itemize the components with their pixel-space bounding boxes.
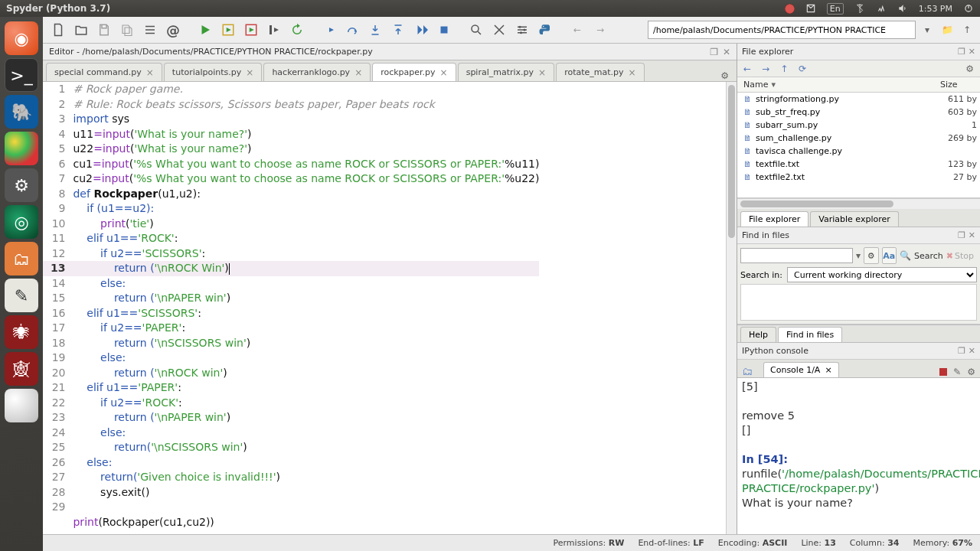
close-pane-icon[interactable]: ✕ bbox=[969, 346, 975, 356]
detach-icon[interactable]: ❐ bbox=[958, 47, 965, 57]
fe-back-button[interactable]: ← bbox=[743, 64, 751, 74]
detach-icon[interactable]: ❐ bbox=[958, 346, 965, 356]
search-button[interactable]: Search bbox=[914, 251, 943, 261]
rerun-button[interactable] bbox=[286, 19, 308, 41]
find-options-button[interactable]: ⚙ bbox=[864, 247, 878, 264]
tab-rotate-mat[interactable]: rotate_mat.py× bbox=[556, 63, 644, 81]
zoom-button[interactable] bbox=[466, 19, 487, 41]
clock[interactable]: 1:53 PM bbox=[919, 4, 952, 14]
close-icon[interactable]: × bbox=[354, 67, 362, 78]
launcher-ubuntu-icon[interactable]: ◉ bbox=[5, 21, 38, 55]
step-into-button[interactable] bbox=[364, 19, 386, 41]
find-case-button[interactable]: Aa bbox=[882, 247, 897, 264]
detach-icon[interactable]: ❐ bbox=[710, 47, 718, 57]
list-item[interactable]: 🗎textfile2.txt27 by bbox=[737, 171, 980, 184]
console-output[interactable]: [5] remove 5 [] In [54]: runfile('/home/… bbox=[737, 378, 980, 534]
file-list[interactable]: 🗎stringformationg.py611 by 🗎sub_str_freq… bbox=[737, 93, 980, 198]
launcher-chrome-icon[interactable] bbox=[5, 132, 38, 165]
dropdown-icon[interactable]: ▾ bbox=[856, 250, 861, 261]
step-out-button[interactable] bbox=[387, 19, 409, 41]
launcher-notes-icon[interactable]: ✎ bbox=[5, 279, 38, 312]
close-pane-icon[interactable]: ✕ bbox=[969, 47, 975, 57]
console-stop-icon[interactable] bbox=[939, 368, 947, 376]
close-pane-icon[interactable]: ✕ bbox=[723, 47, 730, 57]
col-name-header[interactable]: Name bbox=[743, 80, 768, 90]
volume-icon[interactable] bbox=[897, 3, 908, 14]
list-item[interactable]: 🗎sub_str_freq.py603 by bbox=[737, 106, 980, 119]
stop-debug-button[interactable] bbox=[433, 19, 455, 41]
launcher-terminal-icon[interactable]: >_ bbox=[5, 58, 38, 92]
fe-forward-button[interactable]: → bbox=[762, 64, 769, 74]
console-clear-icon[interactable]: ✎ bbox=[953, 367, 961, 377]
lang-indicator[interactable]: En bbox=[827, 3, 844, 15]
tab-hackerranklogo[interactable]: hackerranklogo.py× bbox=[263, 63, 371, 81]
power-icon[interactable] bbox=[963, 3, 974, 14]
fe-options-icon[interactable]: ⚙ bbox=[965, 64, 974, 74]
tab-tutorialpoints[interactable]: tutorialpoints.py× bbox=[164, 63, 263, 81]
tab-find-in-files[interactable]: Find in files bbox=[778, 327, 842, 342]
nav-forward-button[interactable]: → bbox=[590, 19, 611, 41]
run-cell-advance-button[interactable] bbox=[240, 19, 262, 41]
close-icon[interactable]: × bbox=[825, 365, 831, 375]
launcher-files-icon[interactable]: 🗂 bbox=[5, 242, 38, 276]
launcher-spyder-icon[interactable]: 🕷 bbox=[5, 315, 38, 349]
working-dir-input[interactable] bbox=[648, 21, 916, 39]
path-dropdown-button[interactable]: ▾ bbox=[919, 21, 936, 38]
launcher-settings-icon[interactable]: ⚙ bbox=[5, 168, 38, 202]
close-pane-icon[interactable]: ✕ bbox=[969, 230, 975, 240]
list-item[interactable]: 🗎tavisca challenge.py bbox=[737, 145, 980, 158]
code-editor[interactable]: 1# Rock paper game. 2# Rule: Rock beats … bbox=[43, 82, 737, 534]
find-results[interactable] bbox=[740, 284, 977, 321]
tab-spiral-matrix[interactable]: spiral_matrix.py× bbox=[458, 63, 555, 81]
continue-button[interactable] bbox=[410, 19, 432, 41]
save-button[interactable] bbox=[93, 19, 115, 41]
at-button[interactable]: @ bbox=[162, 19, 184, 41]
launcher-code-icon[interactable]: 🐘 bbox=[5, 95, 38, 129]
new-file-button[interactable] bbox=[47, 19, 69, 41]
col-size-header[interactable]: Size bbox=[940, 80, 980, 90]
launcher-spyder2-icon[interactable]: 🕸 bbox=[5, 352, 38, 386]
bluetooth-icon[interactable] bbox=[854, 3, 865, 14]
editor-vscrollbar[interactable] bbox=[726, 82, 737, 534]
close-icon[interactable]: × bbox=[246, 67, 253, 78]
list-item[interactable]: 🗎stringformationg.py611 by bbox=[737, 93, 980, 106]
tools-button[interactable] bbox=[488, 19, 510, 41]
list-button[interactable] bbox=[139, 19, 161, 41]
run-button[interactable] bbox=[194, 19, 216, 41]
network-icon[interactable] bbox=[876, 3, 887, 14]
tabs-options-icon[interactable]: ⚙ bbox=[716, 70, 733, 81]
open-file-button[interactable] bbox=[70, 19, 92, 41]
path-parent-button[interactable]: ↑ bbox=[959, 21, 975, 38]
console-options-icon[interactable]: ⚙ bbox=[967, 367, 975, 377]
fe-refresh-button[interactable]: ⟳ bbox=[799, 64, 806, 74]
fe-up-button[interactable]: ↑ bbox=[780, 64, 788, 74]
close-icon[interactable]: × bbox=[538, 67, 546, 78]
list-item[interactable]: 🗎sum_challenge.py269 by bbox=[737, 132, 980, 145]
preferences-button[interactable] bbox=[511, 19, 533, 41]
list-item[interactable]: 🗎subarr_sum.py1 bbox=[737, 119, 980, 132]
python-path-button[interactable] bbox=[534, 19, 556, 41]
console-add-icon[interactable]: 🗂 bbox=[742, 365, 753, 377]
console-tab[interactable]: Console 1/A× bbox=[763, 362, 839, 377]
tab-variable-explorer[interactable]: Variable explorer bbox=[810, 211, 898, 227]
mail-icon[interactable] bbox=[805, 3, 816, 14]
record-indicator-icon[interactable] bbox=[785, 4, 795, 14]
launcher-camera-icon[interactable]: ◎ bbox=[5, 205, 38, 239]
path-browse-button[interactable]: 📁 bbox=[939, 21, 956, 38]
search-in-select[interactable]: Current working directory bbox=[787, 267, 977, 282]
tab-file-explorer[interactable]: File explorer bbox=[740, 211, 808, 227]
tab-help[interactable]: Help bbox=[740, 327, 776, 342]
list-item[interactable]: 🗎textfile.txt123 by bbox=[737, 158, 980, 171]
launcher-misc-icon[interactable] bbox=[5, 389, 38, 422]
close-icon[interactable]: × bbox=[629, 67, 636, 78]
nav-back-button[interactable]: ← bbox=[567, 19, 588, 41]
find-input[interactable] bbox=[740, 248, 853, 263]
run-cell-button[interactable] bbox=[217, 19, 239, 41]
fe-hscrollbar[interactable] bbox=[737, 198, 980, 209]
detach-icon[interactable]: ❐ bbox=[958, 230, 965, 240]
step-over-button[interactable] bbox=[341, 19, 363, 41]
debug-button[interactable] bbox=[318, 19, 340, 41]
close-icon[interactable]: × bbox=[146, 67, 154, 78]
tab-rockpaper[interactable]: rockpaper.py× bbox=[372, 63, 456, 81]
run-selection-button[interactable] bbox=[263, 19, 285, 41]
